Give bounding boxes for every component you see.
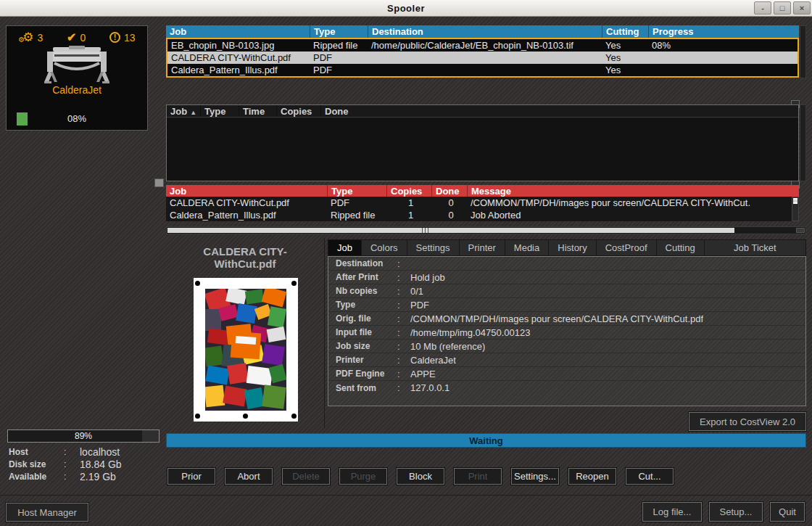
table-row-selected[interactable]: CALDERA CITY-WithCut.pdf PDF Yes (167, 52, 798, 64)
copies-cell[interactable]: 1 (386, 197, 431, 209)
cut-button[interactable]: Cut... (626, 468, 674, 485)
finished-jobs-scrollbar[interactable] (792, 197, 799, 221)
message-cell[interactable]: Job Aborted (467, 209, 788, 221)
column-message[interactable]: Message (467, 185, 799, 197)
settings-button[interactable]: Settings... (511, 468, 559, 485)
progress-cell[interactable] (648, 64, 797, 76)
column-cutting[interactable]: Cutting (602, 25, 648, 38)
scrollbar-end-button[interactable] (796, 228, 805, 233)
job-cell[interactable]: Caldera_Pattern_Illus.pdf (167, 64, 310, 76)
cutting-cell[interactable]: Yes (602, 52, 648, 64)
type-cell[interactable]: Ripped file (310, 39, 368, 52)
setup-button[interactable]: Setup... (709, 502, 763, 522)
type-cell[interactable]: PDF (310, 64, 368, 76)
detail-row-after-print: After Print : Hold job (328, 271, 805, 284)
reopen-button[interactable]: Reopen (568, 468, 616, 485)
registration-dot (291, 414, 297, 419)
tab-job[interactable]: Job (328, 239, 362, 256)
quit-button[interactable]: Quit (770, 502, 805, 522)
tab-costproof[interactable]: CostProof (597, 239, 657, 256)
progress-cell[interactable]: 08% (648, 39, 797, 52)
cutting-cell[interactable]: Yes (602, 64, 648, 76)
active-jobs-header[interactable]: Job Type Destination Cutting Progress (166, 25, 799, 38)
type-cell[interactable]: PDF (327, 197, 386, 209)
column-job[interactable]: Job (166, 25, 310, 38)
destination-cell[interactable] (368, 64, 602, 76)
job-cell[interactable]: EB_chopin_NB-0103.jpg (167, 39, 310, 52)
host-manager-button[interactable]: Host Manager (6, 503, 88, 522)
column-time[interactable]: Time (239, 105, 276, 117)
job-cell[interactable]: CALDERA CITY-WithCut.pdf (167, 52, 310, 64)
column-copies[interactable]: Copies (276, 105, 320, 117)
queue-table: Job▲ Type Time Copies Done (166, 104, 799, 181)
horizontal-scrollbar[interactable] (166, 226, 806, 234)
column-destination[interactable]: Destination (368, 25, 602, 38)
tab-colors[interactable]: Colors (362, 239, 407, 256)
printer-progress-percent: 08% (7, 113, 147, 124)
queue-scrollbar[interactable] (800, 104, 806, 181)
table-row[interactable]: EB_chopin_NB-0103.jpg Ripped file /home/… (167, 39, 798, 52)
column-type[interactable]: Type (327, 185, 386, 197)
abort-button[interactable]: Abort (225, 468, 273, 485)
sort-asc-icon[interactable]: ▲ (190, 109, 196, 116)
detail-row-sent-from: Sent from : 127.0.0.1 (328, 381, 805, 395)
alerts-indicator: ! 13 (109, 32, 136, 44)
table-row[interactable]: Caldera_Pattern_Illus.pdf PDF Yes (167, 64, 798, 76)
maximize-button[interactable]: □ (774, 1, 791, 15)
cutting-cell[interactable]: Yes (602, 39, 648, 52)
column-copies[interactable]: Copies (386, 185, 431, 197)
log-file-button[interactable]: Log file... (642, 502, 702, 522)
done-cell[interactable]: 0 (431, 209, 467, 221)
tab-history[interactable]: History (549, 239, 596, 256)
host-row: Host : localhost (9, 445, 165, 458)
close-button[interactable]: × (793, 1, 811, 15)
progress-cell[interactable] (648, 52, 797, 64)
finished-jobs-body: CALDERA CITY-WithCut.pdf PDF 1 0 /COMMON… (166, 197, 799, 221)
detail-row-type: Type : PDF (328, 298, 805, 312)
column-job[interactable]: Job▲ (167, 105, 200, 117)
copies-cell[interactable]: 1 (386, 209, 431, 221)
job-cell[interactable]: Caldera_Pattern_Illus.pdf (166, 209, 327, 221)
export-costview-button[interactable]: Export to CostView 2.0 (689, 412, 806, 431)
tab-cutting[interactable]: Cutting (657, 239, 705, 256)
prior-button[interactable]: Prior (167, 468, 215, 485)
column-type[interactable]: Type (310, 25, 368, 38)
column-type[interactable]: Type (200, 105, 239, 117)
host-info-panel: Host : localhost Disk size : 18.84 Gb Av… (9, 445, 165, 482)
column-job[interactable]: Job (166, 185, 327, 197)
preview-sheet[interactable] (194, 278, 298, 422)
minimize-button[interactable]: - (754, 1, 771, 15)
printer-icon (37, 46, 117, 83)
available-row: Available : 2.19 Gb (9, 470, 165, 482)
active-jobs-scrollbar[interactable] (800, 25, 806, 78)
finished-jobs-table: Job Type Copies Done Message CALDERA CIT… (166, 185, 799, 221)
job-status-bar: Waiting (166, 433, 806, 448)
job-cell[interactable]: CALDERA CITY-WithCut.pdf (166, 197, 327, 209)
pane-splitter-handle[interactable] (154, 178, 164, 187)
queue-header[interactable]: Job▲ Type Time Copies Done (167, 105, 798, 118)
done-cell[interactable]: 0 (431, 197, 467, 209)
job-detail-tabs: Job Colors Settings Printer Media Histor… (328, 239, 806, 256)
destination-cell[interactable]: /home/public/CalderaJet/EB_chopin_NB-010… (368, 39, 602, 52)
tab-printer[interactable]: Printer (460, 239, 505, 256)
block-button[interactable]: Block (397, 468, 444, 485)
printer-status-panel[interactable]: ⚙⚙ 3 ✔ 0 ! 13 C (6, 25, 148, 131)
column-done[interactable]: Done (320, 105, 799, 117)
tab-settings[interactable]: Settings (407, 239, 460, 256)
purge-button: Purge (339, 468, 387, 485)
table-row[interactable]: Caldera_Pattern_Illus.pdf Ripped file 1 … (166, 209, 799, 221)
message-cell[interactable]: /COMMON/TMP/DH/images pour screen/CALDER… (467, 197, 788, 209)
type-cell[interactable]: PDF (310, 52, 368, 64)
scrollbar-thumb[interactable] (167, 228, 734, 233)
type-cell[interactable]: Ripped file (327, 209, 386, 221)
table-row[interactable]: CALDERA CITY-WithCut.pdf PDF 1 0 /COMMON… (166, 197, 799, 209)
detail-row-orig-file: Orig. file : /COMMON/TMP/DH/images pour … (328, 312, 805, 326)
registration-dot (243, 414, 248, 419)
finished-jobs-header[interactable]: Job Type Copies Done Message (166, 185, 799, 197)
tab-job-ticket[interactable]: Job Ticket (705, 239, 806, 256)
destination-cell[interactable] (368, 52, 602, 64)
column-progress[interactable]: Progress (648, 25, 799, 38)
active-jobs-indicator: ⚙⚙ 3 (18, 31, 43, 44)
tab-media[interactable]: Media (505, 239, 549, 256)
column-done[interactable]: Done (431, 185, 467, 197)
